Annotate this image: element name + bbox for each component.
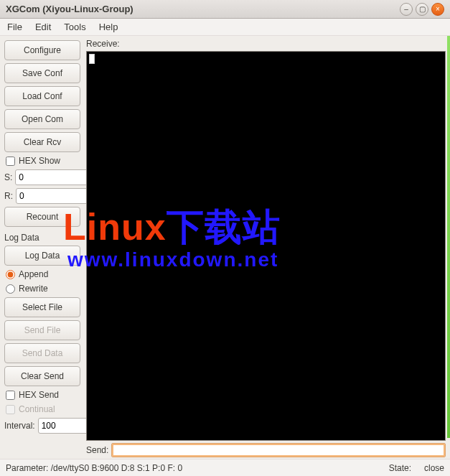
send-file-button: Send File	[4, 320, 80, 340]
iconify-icon[interactable]: –	[400, 3, 413, 16]
sidebar: Configure Save Conf Load Conf Open Com C…	[0, 36, 85, 459]
menu-edit[interactable]: Edit	[35, 22, 51, 32]
hex-show-checkbox[interactable]: HEX Show	[4, 155, 80, 167]
clear-rcv-button[interactable]: Clear Rcv	[4, 132, 80, 152]
send-data-button: Send Data	[4, 343, 80, 363]
save-conf-button[interactable]: Save Conf	[4, 63, 80, 83]
state-value: close	[424, 463, 444, 473]
parameter-label: Parameter:	[6, 463, 48, 473]
rewrite-input[interactable]	[6, 284, 15, 294]
configure-button[interactable]: Configure	[4, 40, 80, 60]
hex-send-checkbox[interactable]: HEX Send	[4, 389, 80, 401]
append-radio[interactable]: Append	[4, 269, 80, 280]
receive-terminal[interactable]	[86, 51, 446, 441]
hex-send-input[interactable]	[6, 391, 15, 400]
window-buttons: – ▢ ×	[400, 3, 444, 16]
send-input[interactable]	[111, 443, 446, 457]
clear-send-button[interactable]: Clear Send	[4, 366, 80, 386]
interval-label: Interval:	[4, 421, 35, 431]
append-input[interactable]	[6, 270, 15, 279]
continual-input	[6, 405, 15, 414]
append-label: Append	[19, 269, 48, 279]
receive-label: Receive:	[86, 39, 446, 49]
parameter-cell: Parameter: /dev/ttyS0 B:9600 D:8 S:1 P:0…	[6, 463, 182, 473]
content-area: Receive: Send: Linux下载站 www.linuxdown.ne…	[85, 36, 450, 459]
s-label: S:	[4, 172, 12, 182]
load-conf-button[interactable]: Load Conf	[4, 86, 80, 106]
log-data-button[interactable]: Log Data	[4, 246, 80, 266]
statusbar: Parameter: /dev/ttyS0 B:9600 D:8 S:1 P:0…	[0, 459, 450, 476]
hex-send-label: HEX Send	[19, 390, 59, 400]
select-file-button[interactable]: Select File	[4, 297, 80, 317]
close-icon[interactable]: ×	[431, 3, 444, 16]
rewrite-radio[interactable]: Rewrite	[4, 283, 80, 294]
rewrite-label: Rewrite	[19, 284, 48, 294]
menubar: File Edit Tools Help	[0, 19, 450, 36]
menu-tools[interactable]: Tools	[64, 22, 85, 32]
desktop-edge	[447, 36, 450, 438]
terminal-caret	[89, 54, 95, 64]
state-label: State:	[389, 463, 411, 473]
continual-checkbox[interactable]: Continual	[4, 403, 80, 415]
hex-show-label: HEX Show	[19, 156, 60, 166]
r-label: R:	[4, 191, 13, 201]
parameter-value: /dev/ttyS0 B:9600 D:8 S:1 P:0 F: 0	[51, 463, 182, 473]
log-data-group-label: Log Data	[4, 233, 80, 243]
hex-show-input[interactable]	[6, 157, 15, 166]
window-title: XGCom (Xiyou-Linux-Group)	[6, 4, 133, 14]
maximize-icon[interactable]: ▢	[416, 3, 428, 16]
send-label: Send:	[86, 445, 108, 455]
continual-label: Continual	[19, 404, 55, 414]
menu-help[interactable]: Help	[99, 22, 118, 32]
recount-button[interactable]: Recount	[4, 207, 80, 227]
open-com-button[interactable]: Open Com	[4, 109, 80, 129]
menu-file[interactable]: File	[7, 22, 22, 32]
titlebar: XGCom (Xiyou-Linux-Group) – ▢ ×	[0, 0, 450, 19]
